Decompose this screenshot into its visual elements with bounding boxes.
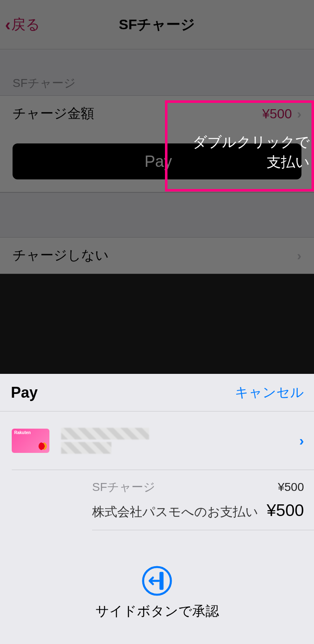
svg-rect-1 — [160, 572, 164, 590]
redacted-line-2 — [61, 442, 111, 454]
apple-pay-sheet: Pay キャンセル › SFチャージ ¥500 株式会社パスモへのお支払い ¥5… — [0, 374, 314, 644]
card-detail-redacted — [61, 428, 288, 454]
double-click-hint-text: ダブルクリックで 支払い — [193, 132, 310, 172]
summary-item-label: SFチャージ — [92, 479, 155, 495]
card-art-icon — [12, 429, 49, 453]
confirm-area: サイドボタンで承認 — [0, 530, 314, 644]
summary-total-label: 株式会社パスモへのお支払い — [92, 503, 258, 521]
summary-total-row: 株式会社パスモへのお支払い ¥500 — [92, 501, 304, 521]
chevron-right-icon: › — [299, 432, 304, 449]
confirm-instruction: サイドボタンで承認 — [95, 602, 219, 621]
cancel-button[interactable]: キャンセル — [235, 383, 304, 402]
summary-total-value: ¥500 — [267, 501, 304, 520]
payment-card-row[interactable]: › — [12, 411, 314, 470]
apple-pay-logo-text: Pay — [11, 384, 38, 401]
redacted-line-1 — [61, 428, 149, 440]
side-button-icon — [141, 565, 173, 597]
summary-item-value: ¥500 — [278, 480, 304, 494]
summary-item-row: SFチャージ ¥500 — [92, 479, 304, 495]
sheet-body: › SFチャージ ¥500 株式会社パスモへのお支払い ¥500 — [0, 411, 314, 530]
sheet-header: Pay キャンセル — [0, 374, 314, 411]
apple-pay-logo: Pay — [10, 384, 38, 401]
amount-summary: SFチャージ ¥500 株式会社パスモへのお支払い ¥500 — [92, 470, 314, 530]
